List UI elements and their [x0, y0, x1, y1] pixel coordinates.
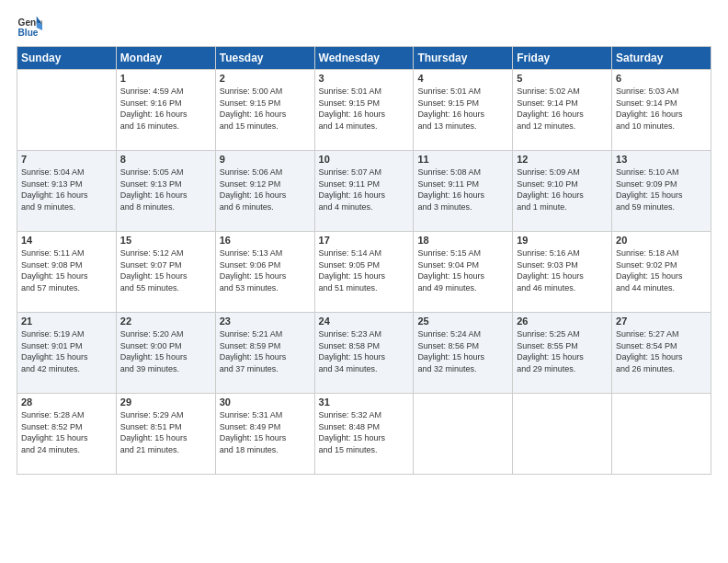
day-number: 16 — [220, 235, 311, 246]
calendar-cell — [17, 70, 117, 151]
day-number: 9 — [220, 154, 311, 165]
calendar-header-day: Friday — [513, 47, 612, 70]
day-info: Sunrise: 5:01 AM Sunset: 9:15 PM Dayligh… — [417, 86, 508, 132]
calendar-cell: 3Sunrise: 5:01 AM Sunset: 9:15 PM Daylig… — [314, 70, 414, 151]
day-info: Sunrise: 5:18 AM Sunset: 9:02 PM Dayligh… — [616, 247, 707, 293]
calendar-cell: 21Sunrise: 5:19 AM Sunset: 9:01 PM Dayli… — [17, 313, 117, 394]
day-number: 30 — [220, 396, 311, 408]
calendar-cell — [612, 394, 711, 475]
day-number: 24 — [319, 316, 410, 327]
day-number: 17 — [319, 235, 410, 246]
day-number: 26 — [517, 316, 608, 327]
calendar-cell: 26Sunrise: 5:25 AM Sunset: 8:55 PM Dayli… — [513, 313, 612, 394]
day-number: 20 — [616, 235, 707, 246]
day-number: 6 — [616, 73, 707, 84]
day-info: Sunrise: 5:02 AM Sunset: 9:14 PM Dayligh… — [517, 86, 608, 132]
day-number: 27 — [616, 316, 707, 327]
calendar-header-day: Saturday — [612, 47, 711, 70]
calendar-cell: 2Sunrise: 5:00 AM Sunset: 9:15 PM Daylig… — [215, 70, 314, 151]
day-number: 12 — [517, 154, 608, 165]
day-number: 1 — [120, 73, 211, 84]
calendar-cell: 13Sunrise: 5:10 AM Sunset: 9:09 PM Dayli… — [612, 151, 711, 232]
main-container: General Blue SundayMondayTuesdayWednesda… — [0, 0, 728, 563]
calendar-week-row: 7Sunrise: 5:04 AM Sunset: 9:13 PM Daylig… — [17, 151, 711, 232]
calendar-cell: 16Sunrise: 5:13 AM Sunset: 9:06 PM Dayli… — [215, 232, 314, 313]
calendar-table: SundayMondayTuesdayWednesdayThursdayFrid… — [17, 46, 711, 475]
calendar-cell: 19Sunrise: 5:16 AM Sunset: 9:03 PM Dayli… — [513, 232, 612, 313]
calendar-cell: 25Sunrise: 5:24 AM Sunset: 8:56 PM Dayli… — [414, 313, 513, 394]
day-info: Sunrise: 5:13 AM Sunset: 9:06 PM Dayligh… — [220, 247, 311, 293]
calendar-cell: 7Sunrise: 5:04 AM Sunset: 9:13 PM Daylig… — [17, 151, 117, 232]
day-number: 7 — [21, 154, 112, 165]
calendar-cell: 15Sunrise: 5:12 AM Sunset: 9:07 PM Dayli… — [116, 232, 215, 313]
day-info: Sunrise: 5:07 AM Sunset: 9:11 PM Dayligh… — [319, 167, 410, 213]
day-number: 15 — [120, 235, 211, 246]
day-info: Sunrise: 5:32 AM Sunset: 8:48 PM Dayligh… — [319, 409, 410, 455]
day-info: Sunrise: 5:15 AM Sunset: 9:04 PM Dayligh… — [417, 247, 508, 293]
calendar-header-day: Wednesday — [314, 47, 414, 70]
day-number: 3 — [319, 73, 410, 84]
day-number: 18 — [417, 235, 508, 246]
day-number: 5 — [517, 73, 608, 84]
day-info: Sunrise: 5:14 AM Sunset: 9:05 PM Dayligh… — [319, 247, 410, 293]
day-info: Sunrise: 5:16 AM Sunset: 9:03 PM Dayligh… — [517, 247, 608, 293]
header: General Blue — [17, 15, 711, 40]
calendar-cell: 5Sunrise: 5:02 AM Sunset: 9:14 PM Daylig… — [513, 70, 612, 151]
day-info: Sunrise: 5:19 AM Sunset: 9:01 PM Dayligh… — [21, 328, 112, 374]
calendar-cell: 17Sunrise: 5:14 AM Sunset: 9:05 PM Dayli… — [314, 232, 414, 313]
day-info: Sunrise: 5:06 AM Sunset: 9:12 PM Dayligh… — [220, 167, 311, 213]
day-number: 23 — [220, 316, 311, 327]
day-info: Sunrise: 5:01 AM Sunset: 9:15 PM Dayligh… — [319, 86, 410, 132]
day-info: Sunrise: 5:31 AM Sunset: 8:49 PM Dayligh… — [220, 409, 311, 455]
calendar-cell: 4Sunrise: 5:01 AM Sunset: 9:15 PM Daylig… — [414, 70, 513, 151]
day-number: 4 — [417, 73, 508, 84]
calendar-header-day: Sunday — [17, 47, 117, 70]
logo-icon: General Blue — [17, 15, 42, 40]
day-info: Sunrise: 5:28 AM Sunset: 8:52 PM Dayligh… — [21, 409, 112, 455]
day-info: Sunrise: 5:00 AM Sunset: 9:15 PM Dayligh… — [220, 86, 311, 132]
day-number: 29 — [120, 396, 211, 408]
day-info: Sunrise: 5:23 AM Sunset: 8:58 PM Dayligh… — [319, 328, 410, 374]
calendar-header-day: Thursday — [414, 47, 513, 70]
calendar-cell: 1Sunrise: 4:59 AM Sunset: 9:16 PM Daylig… — [116, 70, 215, 151]
day-number: 22 — [120, 316, 211, 327]
calendar-week-row: 14Sunrise: 5:11 AM Sunset: 9:08 PM Dayli… — [17, 232, 711, 313]
calendar-cell: 24Sunrise: 5:23 AM Sunset: 8:58 PM Dayli… — [314, 313, 414, 394]
calendar-cell: 18Sunrise: 5:15 AM Sunset: 9:04 PM Dayli… — [414, 232, 513, 313]
day-info: Sunrise: 5:10 AM Sunset: 9:09 PM Dayligh… — [616, 167, 707, 213]
calendar-cell: 30Sunrise: 5:31 AM Sunset: 8:49 PM Dayli… — [215, 394, 314, 475]
day-info: Sunrise: 5:20 AM Sunset: 9:00 PM Dayligh… — [120, 328, 211, 374]
calendar-cell: 31Sunrise: 5:32 AM Sunset: 8:48 PM Dayli… — [314, 394, 414, 475]
calendar-week-row: 1Sunrise: 4:59 AM Sunset: 9:16 PM Daylig… — [17, 70, 711, 151]
logo: General Blue — [17, 15, 46, 40]
calendar-header-row: SundayMondayTuesdayWednesdayThursdayFrid… — [17, 47, 711, 70]
calendar-cell: 6Sunrise: 5:03 AM Sunset: 9:14 PM Daylig… — [612, 70, 711, 151]
calendar-cell: 10Sunrise: 5:07 AM Sunset: 9:11 PM Dayli… — [314, 151, 414, 232]
day-number: 2 — [220, 73, 311, 84]
day-number: 19 — [517, 235, 608, 246]
calendar-cell — [414, 394, 513, 475]
day-number: 28 — [21, 396, 112, 408]
day-info: Sunrise: 5:24 AM Sunset: 8:56 PM Dayligh… — [417, 328, 508, 374]
calendar-cell: 23Sunrise: 5:21 AM Sunset: 8:59 PM Dayli… — [215, 313, 314, 394]
day-number: 25 — [417, 316, 508, 327]
day-number: 31 — [319, 396, 410, 408]
day-info: Sunrise: 5:21 AM Sunset: 8:59 PM Dayligh… — [220, 328, 311, 374]
calendar-cell: 9Sunrise: 5:06 AM Sunset: 9:12 PM Daylig… — [215, 151, 314, 232]
calendar-week-row: 21Sunrise: 5:19 AM Sunset: 9:01 PM Dayli… — [17, 313, 711, 394]
calendar-cell: 12Sunrise: 5:09 AM Sunset: 9:10 PM Dayli… — [513, 151, 612, 232]
calendar-header-day: Monday — [116, 47, 215, 70]
day-info: Sunrise: 5:03 AM Sunset: 9:14 PM Dayligh… — [616, 86, 707, 132]
day-info: Sunrise: 5:08 AM Sunset: 9:11 PM Dayligh… — [417, 167, 508, 213]
day-number: 8 — [120, 154, 211, 165]
day-number: 11 — [417, 154, 508, 165]
day-info: Sunrise: 5:11 AM Sunset: 9:08 PM Dayligh… — [21, 247, 112, 293]
day-number: 10 — [319, 154, 410, 165]
day-info: Sunrise: 5:04 AM Sunset: 9:13 PM Dayligh… — [21, 167, 112, 213]
calendar-week-row: 28Sunrise: 5:28 AM Sunset: 8:52 PM Dayli… — [17, 394, 711, 475]
calendar-cell: 28Sunrise: 5:28 AM Sunset: 8:52 PM Dayli… — [17, 394, 117, 475]
day-number: 13 — [616, 154, 707, 165]
day-info: Sunrise: 5:09 AM Sunset: 9:10 PM Dayligh… — [517, 167, 608, 213]
day-info: Sunrise: 4:59 AM Sunset: 9:16 PM Dayligh… — [120, 86, 211, 132]
day-info: Sunrise: 5:25 AM Sunset: 8:55 PM Dayligh… — [517, 328, 608, 374]
